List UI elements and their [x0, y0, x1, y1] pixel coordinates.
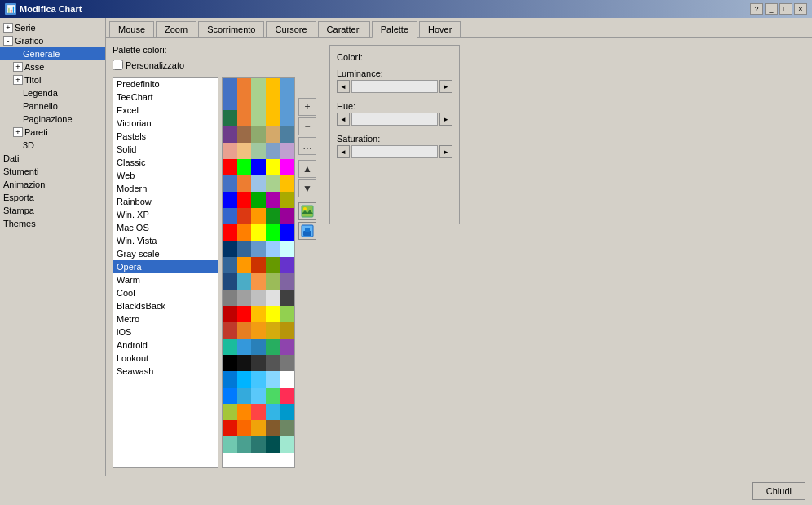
- palette-item-solid[interactable]: Solid: [113, 143, 218, 156]
- palette-item-ios[interactable]: iOS: [113, 326, 218, 339]
- saturation-right-arrow[interactable]: ►: [439, 145, 452, 158]
- hue-left-arrow[interactable]: ◄: [337, 113, 350, 126]
- swatch-4-2: [251, 143, 266, 159]
- palette-item-android[interactable]: Android: [113, 339, 218, 352]
- palette-item-blackisback[interactable]: BlackIsBack: [113, 299, 218, 312]
- palette-item-lookout[interactable]: Lookout: [113, 352, 218, 365]
- expander-serie[interactable]: +: [3, 23, 13, 33]
- sidebar-item-3d[interactable]: 3D: [0, 139, 105, 152]
- swatch-21-1: [237, 420, 252, 436]
- close-window-button[interactable]: ×: [794, 3, 807, 15]
- tab-caratteri[interactable]: Caratteri: [318, 21, 370, 37]
- swatch-row-9: [223, 224, 294, 241]
- palette-item-metro[interactable]: Metro: [113, 312, 218, 326]
- palette-item-classic[interactable]: Classic: [113, 156, 218, 169]
- hue-right-arrow[interactable]: ►: [439, 113, 452, 126]
- personalizzato-checkbox[interactable]: [113, 60, 123, 70]
- luminance-left-arrow[interactable]: ◄: [337, 80, 350, 93]
- add-button[interactable]: +: [298, 98, 316, 116]
- palette-item-modern[interactable]: Modern: [113, 182, 218, 195]
- sidebar-item-paginazione[interactable]: Paginazione: [0, 113, 105, 126]
- swatch-9-4: [280, 224, 294, 241]
- swatch-9-2: [251, 224, 266, 241]
- tab-palette[interactable]: Palette: [372, 21, 417, 38]
- palette-item-web[interactable]: Web: [113, 169, 218, 182]
- palette-item-cool[interactable]: Cool: [113, 286, 218, 299]
- tab-cursore[interactable]: Cursore: [266, 21, 316, 37]
- image-button-1[interactable]: [298, 202, 316, 220]
- palette-item-opera[interactable]: Opera: [113, 260, 218, 273]
- more-button[interactable]: …: [298, 137, 316, 155]
- maximize-button[interactable]: □: [779, 3, 792, 15]
- palette-item-gray-scale[interactable]: Gray scale: [113, 247, 218, 260]
- sidebar-item-grafico[interactable]: - Grafico: [0, 34, 105, 47]
- luminance-track[interactable]: [351, 80, 438, 93]
- palette-item-teechart[interactable]: TeeChart: [113, 91, 218, 104]
- saturation-track[interactable]: [351, 145, 438, 158]
- expander-asse[interactable]: +: [13, 62, 23, 72]
- palette-item-excel[interactable]: Excel: [113, 104, 218, 117]
- expander-titoli[interactable]: +: [13, 75, 23, 85]
- palette-item-seawash[interactable]: Seawash: [113, 365, 218, 378]
- swatch-21-2: [251, 420, 266, 436]
- swatch-2-3: [266, 110, 280, 126]
- luminance-label: Luminance:: [337, 69, 452, 78]
- content-area: Mouse Zoom Scorrimento Cursore Caratteri…: [106, 18, 812, 476]
- palette-item-pastels[interactable]: Pastels: [113, 130, 218, 143]
- sidebar-item-pannello[interactable]: Pannello: [0, 100, 105, 113]
- palette-item-warm[interactable]: Warm: [113, 273, 218, 286]
- palette-item-victorian[interactable]: Victorian: [113, 117, 218, 130]
- close-button[interactable]: Chiudi: [752, 482, 805, 500]
- swatch-17-1: [237, 355, 252, 371]
- sidebar-item-dati[interactable]: Dati: [0, 152, 105, 165]
- help-button[interactable]: ?: [750, 3, 763, 15]
- saturation-left-arrow[interactable]: ◄: [337, 145, 350, 158]
- palette-item-mac-os[interactable]: Mac OS: [113, 221, 218, 234]
- palette-item-predefinito[interactable]: Predefinito: [113, 78, 218, 91]
- sidebar-item-serie[interactable]: + Serie: [0, 21, 105, 34]
- swatch-22-3: [266, 436, 280, 453]
- palette-tab-content: Palette colori: Personalizzato Predefini…: [106, 38, 812, 476]
- tab-mouse[interactable]: Mouse: [109, 21, 154, 37]
- remove-button[interactable]: −: [298, 117, 316, 135]
- swatches-panel: [222, 77, 295, 468]
- sidebar-item-titoli[interactable]: + Titoli: [0, 73, 105, 86]
- sidebar-item-stumenti[interactable]: Stumenti: [0, 165, 105, 178]
- tab-hover[interactable]: Hover: [419, 21, 461, 37]
- sidebar-item-animazioni[interactable]: Animazioni: [0, 178, 105, 191]
- sidebar-item-pareti[interactable]: + Pareti: [0, 126, 105, 139]
- swatch-6-1: [237, 175, 252, 192]
- luminance-group: Luminance: ◄ ►: [337, 69, 452, 93]
- palette-item-win.-xp[interactable]: Win. XP: [113, 208, 218, 221]
- swatch-22-1: [237, 436, 252, 453]
- swatch-row-5: [223, 159, 294, 175]
- sidebar-item-generale[interactable]: Generale: [0, 47, 105, 60]
- palette-item-rainbow[interactable]: Rainbow: [113, 195, 218, 208]
- sidebar-item-themes[interactable]: Themes: [0, 217, 105, 230]
- move-down-button[interactable]: ▼: [298, 179, 316, 197]
- swatch-2-1: [237, 110, 252, 126]
- expander-pareti[interactable]: +: [13, 127, 23, 137]
- minimize-button[interactable]: _: [765, 3, 778, 15]
- swatch-7-4: [280, 192, 294, 208]
- sidebar-item-asse[interactable]: + Asse: [0, 60, 105, 73]
- swatch-10-4: [280, 241, 294, 257]
- sidebar-item-stampa[interactable]: Stampa: [0, 204, 105, 217]
- tab-scorrimento[interactable]: Scorrimento: [198, 21, 264, 37]
- palette-list-container: PredefinitoTeeChartExcelVictorianPastels…: [113, 77, 316, 468]
- swatch-18-4: [280, 371, 294, 388]
- expander-grafico[interactable]: -: [3, 36, 13, 46]
- hue-track[interactable]: [351, 113, 438, 126]
- swatch-row-14: [223, 306, 294, 322]
- palette-item-win.-vista[interactable]: Win. Vista: [113, 234, 218, 247]
- swatch-12-2: [251, 273, 266, 290]
- palette-list[interactable]: PredefinitoTeeChartExcelVictorianPastels…: [113, 77, 218, 468]
- luminance-right-arrow[interactable]: ►: [439, 80, 452, 93]
- swatch-0-0: [223, 78, 237, 94]
- sidebar-item-esporta[interactable]: Esporta: [0, 191, 105, 204]
- tab-zoom[interactable]: Zoom: [156, 21, 196, 37]
- swatch-11-3: [266, 257, 280, 273]
- sidebar-item-legenda[interactable]: Legenda: [0, 86, 105, 100]
- image-button-2[interactable]: [298, 222, 316, 240]
- move-up-button[interactable]: ▲: [298, 160, 316, 178]
